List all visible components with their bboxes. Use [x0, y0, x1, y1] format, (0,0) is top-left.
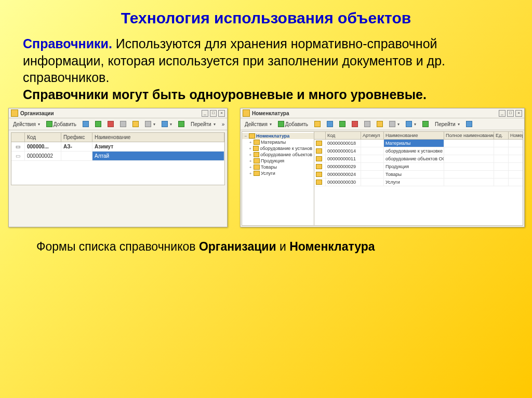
col-prefix[interactable]: Префикс [61, 133, 92, 142]
plus-icon [278, 121, 284, 127]
tree-item[interactable]: +оборудование к установ [242, 145, 314, 152]
org-table: Код Префикс Наименование ▭ 000000... АЗ-… [11, 132, 225, 185]
cell-code: 00000000029 [326, 163, 361, 171]
filter-button[interactable] [130, 120, 141, 128]
cell-art [361, 171, 384, 179]
view-icon [162, 121, 168, 127]
sort-button[interactable] [143, 120, 157, 128]
table-row[interactable]: ▭ 000000... АЗ- Азимут [11, 142, 224, 152]
maximize-icon[interactable]: □ [210, 110, 217, 117]
cell-prefix [61, 152, 92, 161]
expand-icon[interactable]: + [248, 146, 252, 151]
col-fullname[interactable]: Полное наименование [444, 132, 494, 140]
move-button[interactable] [362, 120, 373, 128]
tree-item[interactable]: +Услуги [242, 170, 314, 176]
tree-item[interactable]: +оборудование объектов [242, 152, 314, 158]
nav-button[interactable] [420, 120, 431, 128]
collapse-icon[interactable]: − [244, 134, 248, 139]
col-code[interactable]: Код [25, 133, 61, 142]
lead-word: Справочники. [23, 36, 112, 51]
slide: Технология использования объектов Справо… [0, 0, 532, 398]
tree-item[interactable]: +Продукция [242, 158, 314, 164]
view-icon [406, 121, 412, 127]
actions-button[interactable]: Действия [11, 120, 42, 128]
minimize-icon[interactable]: _ [202, 110, 208, 117]
grid-row[interactable]: 00000000014 оборудование к установке [314, 147, 523, 155]
col-indicator[interactable] [314, 132, 326, 140]
expand-icon[interactable]: + [248, 165, 252, 170]
caption-pre: Формы списка справочников [36, 240, 199, 253]
grid-row[interactable]: 00000000029 Продукция [314, 163, 523, 171]
toolbar: Действия Добавить Перейти [241, 118, 524, 130]
delete-button[interactable] [350, 120, 360, 128]
para2: Справочники могут быть одноуровневые и м… [23, 86, 509, 103]
copy-icon [83, 121, 89, 127]
close-icon[interactable]: × [218, 110, 225, 117]
help-icon [466, 121, 472, 127]
actions-button[interactable]: Действия [243, 120, 274, 128]
refresh-icon [120, 121, 126, 127]
col-name[interactable]: Наименование [384, 132, 444, 140]
nav-button[interactable] [176, 120, 187, 128]
grid-row[interactable]: 00000000024 Товары [314, 171, 523, 179]
grid-header: Код Артикул Наименование Полное наименов… [314, 132, 523, 140]
tree-item[interactable]: +Материалы [242, 139, 314, 145]
add-button[interactable]: Добавить [276, 120, 310, 128]
add-button[interactable]: Добавить [44, 120, 78, 128]
folder-icon [254, 140, 260, 145]
expand-icon[interactable]: + [248, 153, 252, 157]
caption-b1: Организации [199, 240, 276, 253]
delete-button[interactable] [105, 120, 116, 128]
goto-button[interactable]: Перейти [189, 120, 218, 128]
edit-button[interactable] [337, 120, 348, 128]
tree-label: оборудование к установ [260, 146, 312, 151]
edit-button[interactable] [93, 120, 103, 128]
edit-icon [339, 121, 345, 127]
cell-art [361, 155, 384, 163]
addfolder-button[interactable] [312, 120, 323, 128]
col-num[interactable]: Номер [509, 132, 523, 140]
expand-icon[interactable]: + [248, 159, 252, 163]
arrow-icon [178, 121, 184, 127]
view-button[interactable] [159, 120, 174, 128]
col-unit[interactable]: Ед. [494, 132, 509, 140]
cell-code: 00000000018 [326, 140, 361, 147]
cell-name: Продукция [384, 163, 444, 171]
window-title: Номенклатура [252, 111, 289, 116]
close-icon[interactable]: × [515, 110, 522, 117]
copy-button[interactable] [81, 120, 91, 128]
copy-button[interactable] [325, 120, 335, 128]
col-article[interactable]: Артикул [361, 132, 384, 140]
minimize-icon[interactable]: _ [499, 110, 506, 117]
hier-button[interactable] [375, 120, 385, 128]
sort-button[interactable] [387, 120, 402, 128]
expand-icon[interactable]: + [248, 171, 252, 176]
organizations-window: Организации _ □ × Действия Добавить [8, 108, 228, 227]
grid-row[interactable]: 00000000030 Услуги [314, 179, 523, 186]
col-name[interactable]: Наименование [92, 133, 224, 142]
col-code[interactable]: Код [326, 132, 361, 140]
more-button[interactable]: » [220, 120, 227, 128]
tree-item[interactable]: −Номенклатура [242, 133, 314, 139]
folder-icon [254, 152, 259, 157]
goto-button[interactable]: Перейти [433, 120, 462, 128]
grid-row[interactable]: 00000000018 Материалы [314, 140, 523, 147]
table-row[interactable]: ▭ 000000002 Алтай [11, 152, 224, 161]
view-button[interactable] [404, 120, 418, 128]
cell-name: Услуги [384, 179, 444, 186]
folder-icon [254, 158, 260, 163]
folder-tree: −Номенклатура +Материалы +оборудование к… [242, 132, 314, 225]
window-title: Организации [20, 111, 54, 116]
expand-icon[interactable]: + [248, 140, 252, 145]
refresh-button[interactable] [118, 120, 128, 128]
maximize-icon[interactable]: □ [507, 110, 514, 117]
cell-code: 000000002 [25, 152, 61, 161]
grid-row[interactable]: 00000000011 оборудование объектов ОС [314, 155, 523, 163]
help-button[interactable] [464, 120, 474, 128]
folder-icon [254, 164, 260, 170]
tree-item[interactable]: +Товары [242, 164, 314, 170]
col-indicator[interactable] [11, 133, 25, 142]
cell-art [361, 179, 384, 186]
folder-icon [249, 133, 255, 139]
folder-icon [254, 171, 260, 176]
